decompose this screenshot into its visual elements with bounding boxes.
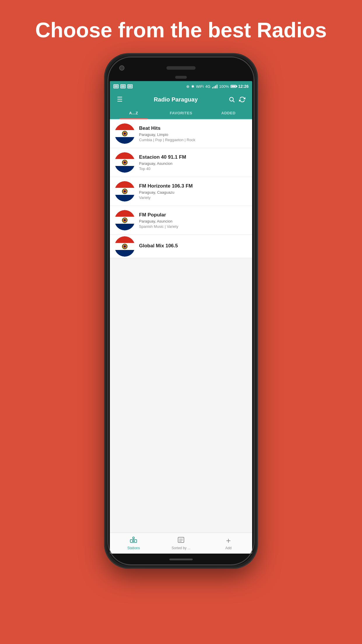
- svg-rect-11: [115, 152, 135, 159]
- svg-point-41: [124, 246, 126, 247]
- station-location: Paraguay, Asuncion: [139, 161, 247, 166]
- page-headline: Choose from the best Radios: [18, 18, 344, 43]
- stations-icon: [130, 537, 137, 545]
- tab-az[interactable]: A...Z: [110, 107, 157, 119]
- location-icon: ⊕: [186, 84, 189, 89]
- svg-rect-43: [132, 540, 135, 542]
- station-location: Paraguay, Caaguazu: [139, 190, 247, 195]
- list-item[interactable]: Estacion 40 91.1 FM Paraguay, Asuncion T…: [110, 148, 252, 177]
- tab-favorites[interactable]: FAVORITES: [157, 107, 205, 119]
- station-list: Beat Hits Paraguay, Limpio Cumbia | Pop …: [110, 119, 252, 533]
- svg-rect-19: [115, 181, 135, 188]
- list-item[interactable]: FM Horizonte 106.3 FM Paraguay, Caaguazu…: [110, 177, 252, 206]
- add-icon: +: [226, 537, 231, 545]
- phone-screen: ⊕ ✱ WiFi 4G 100% 12:26 ☰ Radio Par: [110, 81, 252, 554]
- svg-rect-5: [115, 137, 135, 144]
- status-time: 12:26: [238, 84, 249, 89]
- svg-point-33: [124, 219, 126, 221]
- nav-sorted[interactable]: Sorted by ...: [157, 533, 205, 554]
- station-location: Paraguay, Asuncion: [139, 219, 247, 223]
- wifi-icon: WiFi: [196, 84, 204, 89]
- tab-added[interactable]: ADDED: [205, 107, 252, 119]
- svg-rect-37: [115, 250, 135, 257]
- battery-icon: [231, 85, 236, 88]
- station-name: Estacion 40 91.1 FM: [139, 154, 247, 160]
- list-item[interactable]: Beat Hits Paraguay, Limpio Cumbia | Pop …: [110, 119, 252, 148]
- svg-point-17: [124, 162, 126, 163]
- station-genres: Spanish Music | Variety: [139, 224, 247, 229]
- signal-bars: [212, 84, 217, 88]
- tabs-bar: A...Z FAVORITES ADDED: [110, 107, 252, 119]
- svg-rect-46: [178, 537, 184, 542]
- search-button[interactable]: [226, 96, 237, 103]
- notification-icon-1: [113, 84, 119, 88]
- station-flag: [115, 236, 135, 257]
- station-name: FM Horizonte 106.3 FM: [139, 183, 247, 189]
- notification-icon-3: [127, 84, 133, 88]
- battery-percent: 100%: [219, 84, 229, 89]
- earpiece-speaker: [166, 66, 196, 70]
- nav-sorted-label: Sorted by ...: [172, 546, 191, 550]
- station-info: FM Horizonte 106.3 FM Paraguay, Caaguazu…: [139, 183, 247, 200]
- nav-stations-label: Stations: [127, 546, 140, 550]
- svg-point-25: [124, 190, 126, 192]
- phone-frame: ⊕ ✱ WiFi 4G 100% 12:26 ☰ Radio Par: [105, 54, 257, 568]
- station-info: FM Popular Paraguay, Asuncion Spanish Mu…: [139, 212, 247, 229]
- station-genres: Variety: [139, 195, 247, 200]
- nav-stations[interactable]: Stations: [110, 533, 157, 554]
- list-item[interactable]: FM Popular Paraguay, Asuncion Spanish Mu…: [110, 206, 252, 235]
- svg-point-0: [230, 97, 233, 101]
- station-name: FM Popular: [139, 212, 247, 218]
- svg-rect-21: [115, 195, 135, 202]
- station-flag: [115, 152, 135, 173]
- nav-add[interactable]: + Add: [205, 533, 252, 554]
- svg-rect-29: [115, 224, 135, 230]
- svg-rect-35: [115, 236, 135, 243]
- status-left-icons: [113, 84, 133, 88]
- signal-text: 4G: [205, 84, 210, 89]
- station-genres: Cumbia | Pop | Reggaeton | Rock: [139, 138, 247, 142]
- station-info: Estacion 40 91.1 FM Paraguay, Asuncion T…: [139, 154, 247, 171]
- nav-add-label: Add: [225, 546, 231, 550]
- station-name: Global Mix 106.5: [139, 243, 247, 249]
- phone-top-bar: [108, 57, 254, 74]
- menu-icon[interactable]: ☰: [115, 96, 125, 103]
- station-name: Beat Hits: [139, 125, 247, 131]
- svg-rect-13: [115, 166, 135, 173]
- svg-line-1: [233, 101, 234, 102]
- sorted-icon: [178, 537, 184, 545]
- svg-rect-27: [115, 210, 135, 217]
- station-info: Beat Hits Paraguay, Limpio Cumbia | Pop …: [139, 125, 247, 142]
- front-sensor: [175, 76, 187, 79]
- app-bar: ☰ Radio Paraguay: [110, 92, 252, 107]
- station-flag: [115, 123, 135, 144]
- status-right-icons: ⊕ ✱ WiFi 4G 100% 12:26: [186, 84, 249, 89]
- app-title: Radio Paraguay: [125, 96, 226, 103]
- svg-point-45: [133, 537, 134, 539]
- station-flag: [115, 210, 135, 230]
- station-location: Paraguay, Limpio: [139, 132, 247, 137]
- notification-icon-2: [120, 84, 126, 88]
- station-genres: Top 40: [139, 167, 247, 171]
- status-bar: ⊕ ✱ WiFi 4G 100% 12:26: [110, 81, 252, 92]
- bottom-navigation: Stations Sorted by ... + Add: [110, 533, 252, 554]
- front-camera: [119, 65, 124, 71]
- station-info: Global Mix 106.5: [139, 243, 247, 250]
- phone-bottom-bar: [108, 554, 254, 565]
- svg-rect-3: [115, 123, 135, 130]
- station-flag: [115, 181, 135, 202]
- home-indicator: [169, 559, 193, 560]
- svg-point-9: [124, 133, 126, 134]
- refresh-button[interactable]: [237, 96, 247, 103]
- bluetooth-icon: ✱: [191, 84, 194, 89]
- list-item[interactable]: Global Mix 106.5: [110, 235, 252, 258]
